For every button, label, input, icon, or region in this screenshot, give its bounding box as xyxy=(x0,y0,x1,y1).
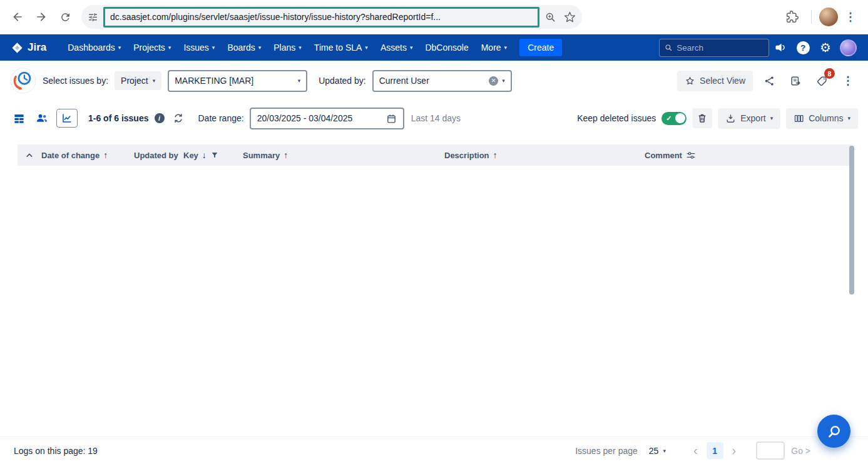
chevron-down-icon: ▾ xyxy=(299,44,302,51)
issue-history-table: Date of change ↑ Updated by Key ↓ Summar… xyxy=(0,136,868,436)
nav-item-dashboards[interactable]: Dashboards▾ xyxy=(61,34,127,61)
keep-deleted-toggle[interactable]: ✓ xyxy=(661,112,687,125)
date-range-input[interactable]: 20/03/2025 - 03/04/2025 xyxy=(250,108,404,129)
browser-profile-avatar[interactable] xyxy=(819,8,838,26)
notification-badge: 8 xyxy=(824,68,835,79)
create-button[interactable]: Create xyxy=(519,39,562,56)
site-info-icon[interactable] xyxy=(88,12,98,23)
people-view-icon[interactable] xyxy=(33,110,51,126)
export-button[interactable]: Export ▾ xyxy=(718,108,780,129)
chevron-down-icon: ▾ xyxy=(153,78,156,84)
col-comment[interactable]: Comment xyxy=(645,151,842,160)
jira-navbar: Jira Dashboards▾ Projects▾ Issues▾ Board… xyxy=(0,34,868,61)
date-range-hint: Last 14 days xyxy=(411,113,461,123)
reload-icon xyxy=(59,11,71,23)
sort-asc-icon[interactable]: ↑ xyxy=(283,150,288,160)
project-select[interactable]: MARKETING [MAR] ▾ xyxy=(168,70,307,92)
help-search-button[interactable] xyxy=(817,415,850,448)
user-avatar[interactable] xyxy=(837,36,859,59)
browser-menu-icon[interactable]: ⋮ xyxy=(839,6,862,28)
sort-desc-icon[interactable]: ↓ xyxy=(202,150,207,160)
footer: Logs on this page: 19 Issues per page 25… xyxy=(0,436,868,464)
select-view-button[interactable]: Select View xyxy=(677,71,753,91)
forward-button[interactable] xyxy=(30,6,53,28)
refresh-icon[interactable] xyxy=(170,108,186,128)
megaphone-icon[interactable] xyxy=(769,36,792,59)
select-issues-label: Select issues by: xyxy=(43,76,108,86)
nav-item-assets[interactable]: Assets▾ xyxy=(374,34,419,61)
help-icon[interactable]: ? xyxy=(792,36,814,59)
table-toolbar: 1-6 of 6 issues i Date range: 20/03/2025… xyxy=(0,101,868,136)
report-header: Select issues by: Project ▾ MARKETING [M… xyxy=(0,61,868,101)
search-icon xyxy=(665,43,673,53)
address-bar[interactable]: dc.saasjet.com/plugins/servlet/saasjet/i… xyxy=(81,5,582,29)
collapse-all-icon[interactable] xyxy=(18,151,41,159)
goto-page-input[interactable] xyxy=(756,441,785,460)
magnifier-icon xyxy=(827,424,842,439)
star-icon xyxy=(685,76,695,86)
zoom-in-icon[interactable] xyxy=(544,11,556,23)
nav-item-boards[interactable]: Boards▾ xyxy=(221,34,267,61)
updated-by-select[interactable]: Current User ✕ ▾ xyxy=(372,70,512,92)
info-icon[interactable]: i xyxy=(155,113,165,123)
more-options-icon[interactable]: ⋮ xyxy=(838,71,858,91)
table-header: Date of change ↑ Updated by Key ↓ Summar… xyxy=(18,144,853,166)
nav-item-projects[interactable]: Projects▾ xyxy=(127,34,177,61)
chevron-down-icon: ▾ xyxy=(770,115,774,121)
download-icon xyxy=(725,113,736,124)
nav-item-time-to-sla[interactable]: Time to SLA▾ xyxy=(308,34,374,61)
col-updated-by[interactable]: Updated by xyxy=(134,151,183,160)
chevron-down-icon: ▾ xyxy=(410,44,413,51)
export-report-icon[interactable] xyxy=(785,71,805,91)
bookmark-star-icon[interactable] xyxy=(564,11,576,23)
col-key[interactable]: Key ↓ xyxy=(183,150,243,160)
col-date-of-change[interactable]: Date of change ↑ xyxy=(41,150,134,160)
nav-item-more[interactable]: More▾ xyxy=(475,34,513,61)
select-by-dropdown[interactable]: Project ▾ xyxy=(115,71,161,90)
col-summary[interactable]: Summary ↑ xyxy=(243,150,444,160)
chevron-down-icon: ▾ xyxy=(663,448,666,454)
issues-count: 1-6 of 6 issues xyxy=(88,113,149,123)
prev-page-icon[interactable]: ‹ xyxy=(691,443,700,458)
search-input[interactable] xyxy=(677,43,763,53)
navbar-search[interactable] xyxy=(659,39,769,57)
per-page-select[interactable]: 25 ▾ xyxy=(644,443,671,459)
chevron-down-icon: ▾ xyxy=(118,44,121,51)
clear-icon[interactable]: ✕ xyxy=(489,76,498,86)
extensions-icon[interactable] xyxy=(781,6,804,28)
chevron-down-icon: ▾ xyxy=(365,44,368,51)
jira-logo[interactable]: Jira xyxy=(11,41,46,54)
chart-view-icon[interactable] xyxy=(56,109,78,128)
current-page[interactable]: 1 xyxy=(707,442,723,459)
nav-item-dbconsole[interactable]: DbConsole xyxy=(419,34,474,61)
share-icon[interactable] xyxy=(759,71,779,91)
reload-button[interactable] xyxy=(54,6,76,28)
table-view-icon[interactable] xyxy=(10,110,28,126)
sort-asc-icon[interactable]: ↑ xyxy=(103,150,108,160)
col-description[interactable]: Description ↑ xyxy=(444,150,645,160)
chevron-down-icon: ▾ xyxy=(847,115,850,121)
nav-item-plans[interactable]: Plans▾ xyxy=(267,34,308,61)
nav-item-issues[interactable]: Issues▾ xyxy=(177,34,221,61)
vertical-scrollbar[interactable] xyxy=(849,146,854,295)
jira-mark-icon xyxy=(11,42,23,54)
tag-icon[interactable]: 8 xyxy=(812,71,832,91)
columns-button[interactable]: Columns ▾ xyxy=(786,108,858,129)
back-button[interactable] xyxy=(6,6,29,28)
gear-icon[interactable]: ⚙ xyxy=(814,36,837,59)
chevron-down-icon: ▾ xyxy=(502,78,505,84)
comment-settings-icon[interactable] xyxy=(686,151,696,160)
next-page-icon[interactable]: › xyxy=(730,443,739,458)
url-annotation-box: dc.saasjet.com/plugins/servlet/saasjet/i… xyxy=(103,7,539,28)
sort-asc-icon[interactable]: ↑ xyxy=(493,150,498,160)
calendar-icon[interactable] xyxy=(386,113,397,124)
chevron-down-icon: ▾ xyxy=(168,44,171,51)
chevron-down-icon: ▾ xyxy=(504,44,508,51)
url-text[interactable]: dc.saasjet.com/plugins/servlet/saasjet/i… xyxy=(110,12,441,22)
trash-icon[interactable] xyxy=(692,108,712,128)
go-button[interactable]: Go > xyxy=(791,446,810,456)
date-range-label: Date range: xyxy=(198,113,244,123)
filter-funnel-icon[interactable] xyxy=(210,151,219,159)
forward-arrow-icon xyxy=(35,11,48,23)
chevron-down-icon: ▾ xyxy=(212,44,215,51)
